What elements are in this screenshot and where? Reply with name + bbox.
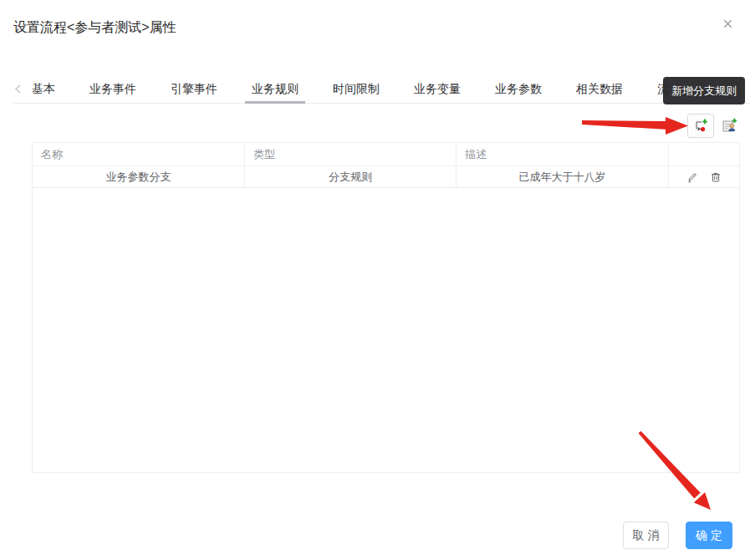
close-icon [722, 18, 734, 30]
cell-description: 已成年大于十八岁 [457, 166, 669, 187]
col-header-actions [669, 143, 739, 165]
close-button[interactable] [717, 13, 737, 33]
table-toolbar [0, 113, 740, 138]
table-empty-area [33, 188, 739, 472]
tab-business-rules[interactable]: 业务规则 [252, 75, 298, 103]
add-participant-rule-button[interactable] [720, 115, 740, 135]
row-edit-button[interactable] [686, 171, 698, 183]
cell-name: 业务参数分支 [33, 166, 245, 187]
tab-related-data[interactable]: 相关数据 [576, 75, 623, 103]
tab-business-params[interactable]: 业务参数 [495, 75, 542, 103]
edit-pencil-icon [686, 171, 698, 183]
rules-table: 名称 类型 描述 业务参数分支 分支规则 已成年大于十八岁 [32, 142, 740, 473]
row-delete-button[interactable] [710, 171, 722, 183]
tab-bar: 基本 业务事件 引擎事件 业务规则 时间限制 业务变量 业务参数 相关数据 流 [13, 75, 750, 104]
tab-business-events[interactable]: 业务事件 [89, 75, 136, 103]
confirm-button[interactable]: 确 定 [686, 522, 732, 549]
cell-type: 分支规则 [245, 166, 457, 187]
dialog-title: 设置流程<参与者测试>属性 [13, 19, 176, 37]
tab-basic[interactable]: 基本 [32, 75, 55, 103]
col-header-name: 名称 [33, 143, 245, 165]
trash-icon [710, 171, 722, 183]
chevron-left-icon [13, 84, 23, 94]
col-header-description: 描述 [457, 143, 669, 165]
tab-business-variables[interactable]: 业务变量 [414, 75, 461, 103]
add-branch-rule-button[interactable] [687, 114, 714, 138]
process-properties-dialog: 设置流程<参与者测试>属性 基本 业务事件 引擎事件 业务规则 时间限制 业务变… [0, 0, 750, 560]
add-participant-rule-icon [722, 117, 738, 134]
cancel-button[interactable]: 取 消 [623, 522, 669, 549]
tab-engine-events[interactable]: 引擎事件 [171, 75, 217, 103]
add-branch-rule-icon [693, 118, 709, 134]
table-row[interactable]: 业务参数分支 分支规则 已成年大于十八岁 [33, 166, 739, 188]
tabs-scroll-prev[interactable] [13, 84, 25, 95]
col-header-type: 类型 [245, 143, 457, 165]
table-header-row: 名称 类型 描述 [33, 143, 739, 166]
tab-list: 基本 业务事件 引擎事件 业务规则 时间限制 业务变量 业务参数 相关数据 流 [32, 75, 669, 103]
cell-actions [669, 166, 739, 187]
tab-time-limits[interactable]: 时间限制 [333, 75, 380, 103]
tooltip-add-branch-rule: 新增分支规则 [663, 77, 745, 104]
